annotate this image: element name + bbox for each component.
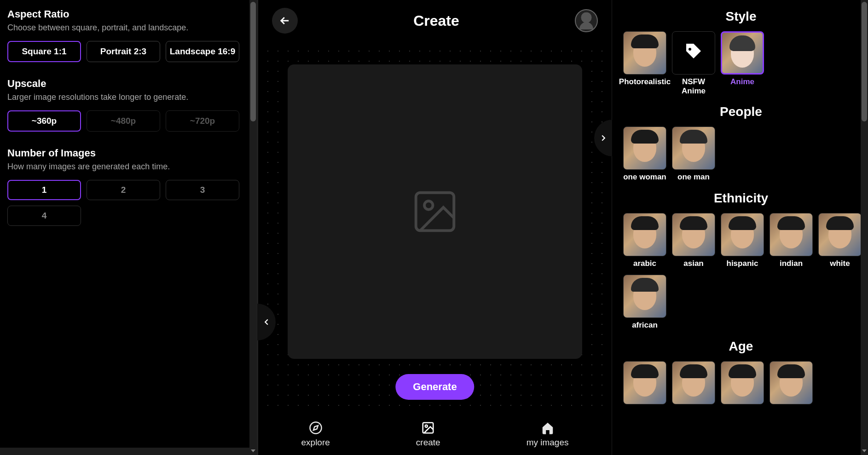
ethnicity-hispanic-label: hispanic [727,259,758,269]
chevron-left-icon [261,317,272,327]
center-panel: Create Generate explore create [258,0,612,455]
aspect-ratio-section: Aspect Ratio Choose between square, port… [7,8,249,62]
style-anime-card[interactable]: Anime [721,31,764,96]
age-thumb-2 [672,361,715,404]
people-one-woman-thumb [623,127,666,170]
people-one-man-thumb [672,127,715,170]
right-tags-panel: Style Photorealistic NSFW Anime Anime Pe… [612,0,868,455]
image-placeholder [288,64,582,359]
ethnicity-row: arabic asian hispanic indian white afric… [620,213,862,331]
ethnicity-arabic-card[interactable]: arabic [623,213,666,269]
image-icon [421,421,435,435]
age-card-1[interactable] [623,361,666,417]
ethnicity-white-thumb [818,213,862,256]
num-images-title: Number of Images [7,147,249,159]
ethnicity-white-label: white [830,259,850,269]
nav-myimages[interactable]: my images [527,421,569,448]
style-row: Photorealistic NSFW Anime Anime [620,31,862,96]
left-scrollbar[interactable] [249,0,257,455]
profile-avatar-button[interactable] [575,9,598,32]
right-scrollbar[interactable] [861,0,868,455]
svg-point-2 [310,422,321,434]
page-title: Create [413,12,459,29]
aspect-ratio-desc: Choose between square, portrait, and lan… [7,23,249,33]
style-photorealistic-thumb [623,31,666,75]
aspect-landscape-button[interactable]: Landscape 16:9 [166,41,239,62]
style-nsfw-anime-label: NSFW Anime [672,77,715,96]
ethnicity-heading: Ethnicity [620,191,862,206]
aspect-ratio-options: Square 1:1 Portrait 2:3 Landscape 16:9 [7,41,249,62]
left-scrollbar-thumb[interactable] [250,2,256,121]
people-one-woman-card[interactable]: one woman [623,127,666,183]
num-2-button[interactable]: 2 [87,180,160,200]
nav-myimages-label: my images [527,438,569,448]
left-scrollbar-arrow-icon [251,449,255,452]
ethnicity-indian-label: indian [780,259,803,269]
people-one-man-label: one man [677,173,710,183]
ethnicity-white-card[interactable]: white [818,213,862,269]
collapse-right-button[interactable] [594,120,613,156]
style-heading: Style [620,9,862,24]
ethnicity-asian-thumb [672,213,715,256]
svg-point-1 [424,201,433,209]
people-one-woman-label: one woman [623,173,666,183]
nav-create-label: create [416,438,440,448]
aspect-portrait-button[interactable]: Portrait 2:3 [87,41,160,62]
upscale-720p-button[interactable]: ~720p [166,110,239,132]
upscale-title: Upscale [7,78,249,90]
nav-explore[interactable]: explore [301,421,330,448]
people-one-man-card[interactable]: one man [672,127,715,183]
num-images-desc: How many images are generated each time. [7,162,249,172]
bottom-nav: explore create my images [258,414,612,455]
ethnicity-arabic-thumb [623,213,666,256]
right-scrollbar-thumb[interactable] [862,2,867,121]
age-card-2[interactable] [672,361,715,417]
ethnicity-asian-card[interactable]: asian [672,213,715,269]
age-row [620,361,862,417]
style-anime-label: Anime [730,77,754,87]
upscale-desc: Larger image resolutions take longer to … [7,92,249,102]
style-nsfw-anime-thumb [672,31,715,75]
home-icon [541,421,555,435]
ethnicity-african-card[interactable]: african [623,275,666,331]
num-4-button[interactable]: 4 [7,206,81,226]
upscale-360p-button[interactable]: ~360p [7,110,81,132]
style-photorealistic-label: Photorealistic [619,77,671,87]
chevron-right-icon [598,133,608,143]
back-button[interactable] [272,8,298,34]
svg-point-5 [425,425,428,427]
ethnicity-hispanic-card[interactable]: hispanic [721,213,764,269]
image-placeholder-icon [410,186,460,237]
age-thumb-4 [770,361,813,404]
age-card-3[interactable] [721,361,764,417]
style-nsfw-anime-card[interactable]: NSFW Anime [672,31,715,96]
tag-icon [683,42,705,64]
age-thumb-1 [623,361,666,404]
num-images-section: Number of Images How many images are gen… [7,147,249,226]
left-settings-panel: Aspect Ratio Choose between square, port… [0,0,258,455]
ethnicity-asian-label: asian [683,259,703,269]
svg-point-6 [689,48,691,51]
center-header: Create [258,0,612,41]
style-anime-thumb [721,31,764,75]
age-heading: Age [620,339,862,354]
people-heading: People [620,104,862,119]
aspect-ratio-title: Aspect Ratio [7,8,249,20]
ethnicity-arabic-label: arabic [633,259,656,269]
ethnicity-african-thumb [623,275,666,318]
num-3-button[interactable]: 3 [166,180,239,200]
upscale-options: ~360p ~480p ~720p [7,110,249,132]
arrow-left-icon [278,14,291,27]
style-photorealistic-card[interactable]: Photorealistic [623,31,666,96]
generate-button[interactable]: Generate [395,374,474,400]
ethnicity-indian-card[interactable]: indian [770,213,813,269]
upscale-480p-button[interactable]: ~480p [87,110,160,132]
aspect-square-button[interactable]: Square 1:1 [7,41,81,62]
people-row: one woman one man [620,127,862,183]
nav-create[interactable]: create [416,421,440,448]
left-horizontal-scrollbar[interactable] [0,448,249,455]
num-1-button[interactable]: 1 [7,180,81,200]
svg-marker-3 [313,426,318,430]
collapse-left-button[interactable] [257,304,276,340]
age-card-4[interactable] [770,361,813,417]
